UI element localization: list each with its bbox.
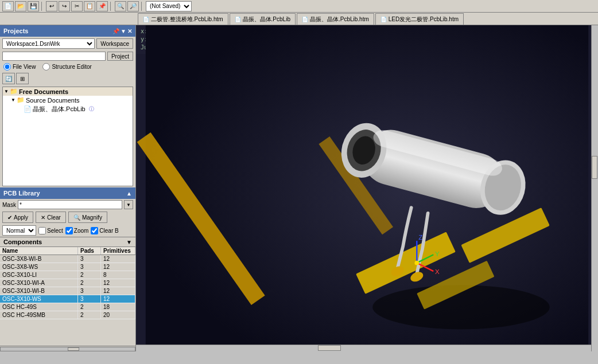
structure-editor-radio-label[interactable]: Structure Editor bbox=[42, 63, 91, 71]
tree-item-pcblib[interactable]: 📄 晶振、晶体.PcbLib ⓘ bbox=[17, 104, 133, 114]
sep3 bbox=[141, 2, 143, 11]
table-row[interactable]: OSC-3X10-WI-A 2 12 bbox=[0, 279, 135, 287]
row-prim-7: 20 bbox=[101, 311, 135, 319]
clearb-checkbox[interactable] bbox=[91, 227, 98, 234]
folder-icon-free-docs: 📁 bbox=[10, 88, 18, 95]
scroll-track[interactable] bbox=[0, 347, 135, 351]
h-scrollbar[interactable] bbox=[136, 345, 591, 351]
save-btn[interactable]: 💾 bbox=[28, 1, 39, 11]
tab-icon-1: 📄 bbox=[235, 17, 241, 22]
tree-area[interactable]: ▼ 📁 Free Documents ▼ 📁 Source Documents … bbox=[2, 87, 133, 186]
scroll-thumb[interactable] bbox=[68, 347, 79, 351]
zoom-out-btn[interactable]: 🔎 bbox=[127, 1, 139, 11]
row-prim-3: 12 bbox=[101, 279, 135, 287]
v-scroll-thumb[interactable] bbox=[592, 156, 597, 179]
tree-item-source-docs[interactable]: ▼ 📁 Source Documents bbox=[10, 96, 133, 104]
table-row[interactable]: OSC-3X8-WS 3 12 bbox=[0, 263, 135, 271]
not-saved-dropdown[interactable]: (Not Saved) bbox=[146, 1, 192, 11]
mask-dropdown-btn[interactable]: ▼ bbox=[124, 200, 133, 209]
undo-btn[interactable]: ↩ bbox=[46, 1, 57, 11]
pin-icon[interactable]: 📌 bbox=[112, 28, 119, 34]
row-prim-4: 12 bbox=[101, 287, 135, 295]
refresh-btn[interactable]: 🔄 bbox=[2, 73, 15, 84]
view-radio-row: File View Structure Editor bbox=[0, 62, 135, 72]
row-prim-0: 12 bbox=[101, 255, 135, 263]
workspace-row: Workspace1.DsnWrk Workspace bbox=[0, 37, 135, 50]
row-pads-4: 3 bbox=[78, 287, 101, 295]
paste-btn[interactable]: 📌 bbox=[96, 1, 108, 11]
new-btn[interactable]: 📄 bbox=[2, 1, 14, 11]
col-primitives-header[interactable]: Primitives bbox=[101, 247, 135, 255]
canvas-svg: Z Y X bbox=[136, 25, 598, 351]
clear-btn[interactable]: ✕ Clear bbox=[36, 212, 66, 223]
select-checkbox[interactable] bbox=[38, 227, 46, 234]
search-input[interactable] bbox=[2, 52, 106, 61]
tab-2[interactable]: 📄 晶振、晶体.PcbLib.htm bbox=[297, 13, 374, 25]
table-row-selected[interactable]: OSC-3X10-WS 3 12 bbox=[0, 295, 135, 303]
table-body: OSC-3X8-WI-B 3 12 OSC-3X8-WS 3 12 OSC-3X… bbox=[0, 255, 135, 319]
tree-item-free-docs[interactable]: ▼ 📁 Free Documents bbox=[3, 87, 133, 96]
projects-header-icons: 📌 ▼ ✕ bbox=[112, 28, 132, 34]
row-pads-6: 2 bbox=[78, 303, 101, 311]
svg-point-25 bbox=[414, 261, 419, 265]
tab-1[interactable]: 📄 晶振、晶体.PcbLib bbox=[230, 13, 296, 25]
svg-text:X: X bbox=[435, 268, 440, 275]
bottom-scroll bbox=[0, 346, 135, 351]
pcb-lib-expand-icon[interactable]: ▲ bbox=[126, 190, 132, 197]
normal-dropdown[interactable]: Normal bbox=[2, 225, 36, 236]
zoom-checkbox-label[interactable]: Zoom bbox=[65, 227, 89, 234]
tab-icon-3: 📄 bbox=[380, 17, 387, 22]
open-btn[interactable]: 📂 bbox=[15, 1, 26, 11]
row-name-6: OSC HC-49S bbox=[0, 303, 78, 311]
workspace-dropdown[interactable]: Workspace1.DsnWrk bbox=[2, 38, 95, 49]
row-name-7: OSC HC-49SMB bbox=[0, 311, 78, 319]
svg-text:Y: Y bbox=[435, 251, 440, 257]
row-prim-2: 8 bbox=[101, 271, 135, 279]
workspace-btn[interactable]: Workspace bbox=[96, 38, 133, 49]
file-view-radio[interactable] bbox=[3, 63, 11, 71]
project-btn[interactable]: Project bbox=[107, 52, 133, 61]
structure-editor-radio[interactable] bbox=[42, 63, 50, 71]
row-pads-0: 3 bbox=[78, 255, 101, 263]
table-row[interactable]: OSC-3X8-WI-B 3 12 bbox=[0, 255, 135, 263]
components-scroll-btn[interactable]: ▼ bbox=[126, 239, 132, 245]
zoom-in-btn[interactable]: 🔍 bbox=[115, 1, 126, 11]
components-header: Components ▼ bbox=[0, 237, 135, 247]
table-row[interactable]: OSC-3X10-LI 2 8 bbox=[0, 271, 135, 279]
apply-btn[interactable]: ✔ Apply bbox=[2, 212, 33, 223]
tab-0[interactable]: 📄 二极管.整流桥堆.PcbLib.htm bbox=[138, 13, 228, 25]
select-checkbox-label[interactable]: Select bbox=[38, 227, 63, 234]
left-panel: Projects 📌 ▼ ✕ Workspace1.DsnWrk Workspa… bbox=[0, 25, 136, 351]
projects-header: Projects 📌 ▼ ✕ bbox=[0, 25, 135, 37]
mask-input[interactable] bbox=[18, 200, 122, 209]
close-icon[interactable]: ✕ bbox=[127, 28, 132, 34]
row-prim-5: 12 bbox=[101, 295, 135, 303]
col-name-header[interactable]: Name bbox=[0, 247, 78, 255]
magnify-btn[interactable]: 🔍 Magnify bbox=[68, 212, 107, 223]
zoom-checkbox[interactable] bbox=[65, 227, 73, 234]
clearb-checkbox-label[interactable]: Clear B bbox=[91, 227, 118, 234]
row-name-1: OSC-3X8-WS bbox=[0, 263, 78, 271]
pcb-library-title: PCB Library bbox=[3, 190, 40, 197]
table-header: Name Pads Primitives bbox=[0, 247, 135, 255]
clear-icon: ✕ bbox=[41, 214, 45, 221]
normal-row: Normal Select Zoom Clear B bbox=[0, 224, 135, 237]
tab-3[interactable]: 📄 LED发光二极管.PcbLib.htm bbox=[375, 13, 464, 25]
redo-btn[interactable]: ↪ bbox=[59, 1, 70, 11]
file-view-radio-label[interactable]: File View bbox=[3, 63, 36, 71]
col-pads-header[interactable]: Pads bbox=[78, 247, 101, 255]
canvas-area[interactable]: x: 10.297 dx: 10.100 mm y: 1.016 dy: 1.3… bbox=[136, 25, 598, 351]
layout-btn[interactable]: ⊞ bbox=[16, 73, 29, 84]
copy-btn[interactable]: 📋 bbox=[84, 1, 95, 11]
tree-toolbar-row: 🔄 ⊞ bbox=[0, 72, 135, 85]
table-row[interactable]: OSC-3X10-WI-B 3 12 bbox=[0, 287, 135, 295]
cut-btn[interactable]: ✂ bbox=[71, 1, 83, 11]
table-row[interactable]: OSC HC-49SMB 2 20 bbox=[0, 311, 135, 319]
h-scroll-thumb[interactable] bbox=[318, 345, 341, 351]
table-row[interactable]: OSC HC-49S 2 18 bbox=[0, 303, 135, 311]
row-name-5: OSC-3X10-WS bbox=[0, 295, 78, 303]
toggle-free-docs[interactable]: ▼ bbox=[4, 89, 9, 94]
settings-icon[interactable]: ▼ bbox=[121, 28, 126, 34]
v-scrollbar[interactable] bbox=[591, 25, 598, 351]
toggle-source-docs[interactable]: ▼ bbox=[11, 97, 15, 103]
